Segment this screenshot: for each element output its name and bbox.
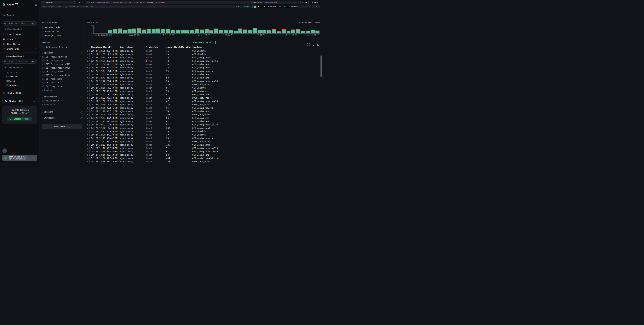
table-row[interactable]: ❯Oct 27 12:06:27.284 PMnginx-proxyUnset1… bbox=[87, 160, 320, 162]
sidebar-item-alerts[interactable]: Alerts bbox=[2, 37, 37, 41]
download-icon[interactable] bbox=[317, 43, 319, 46]
get-started-free-button[interactable]: Get Started for Free bbox=[8, 117, 32, 121]
histogram-bar[interactable] bbox=[152, 25, 156, 33]
checkbox[interactable] bbox=[42, 71, 44, 73]
table-row[interactable]: ❯Oct 27 12:50:42.777 PMnginx-proxyUnset5… bbox=[87, 63, 320, 66]
lucene-mode-toggle[interactable]: Lucene bbox=[242, 5, 250, 8]
filter-value-row[interactable]: GET /api/slow-endpoint bbox=[42, 73, 82, 77]
histogram-bar[interactable] bbox=[296, 25, 300, 33]
checkbox[interactable] bbox=[42, 85, 44, 87]
more-filters-button[interactable]: More filters ⌄ bbox=[42, 124, 82, 129]
histogram-bar[interactable] bbox=[310, 25, 314, 33]
column-resize-handle[interactable]: ⋮ bbox=[118, 46, 120, 48]
expand-row-chevron[interactable]: ❯ bbox=[87, 70, 90, 72]
preset-clickhouse[interactable]: ClickHouse bbox=[2, 74, 37, 79]
histogram-bar[interactable] bbox=[118, 25, 122, 33]
expand-row-chevron[interactable]: ❯ bbox=[87, 117, 90, 119]
table-row[interactable]: ❯Oct 27 12:08:57.305 PMnginx-proxyUnset6… bbox=[87, 157, 320, 160]
expand-row-chevron[interactable]: ❯ bbox=[87, 134, 90, 136]
view-source-code-icon[interactable] bbox=[307, 43, 310, 46]
expand-row-chevron[interactable]: ❯ bbox=[87, 137, 90, 139]
expand-row-chevron[interactable]: ❯ bbox=[87, 144, 90, 146]
column-header[interactable]: ⋮ServiceName bbox=[118, 46, 145, 48]
select-columns-input[interactable]: SELECT Timestamp,ServiceName,StatusCode,… bbox=[86, 1, 250, 4]
histogram-bar[interactable] bbox=[282, 25, 286, 33]
histogram-bar[interactable] bbox=[291, 25, 295, 33]
table-row[interactable]: ❯Oct 27 12:53:17.623 PMnginx-proxyUnset7… bbox=[87, 56, 320, 59]
table-row[interactable]: ❯Oct 27 12:22:10.403 PMnginx-proxyUnset2… bbox=[87, 126, 320, 130]
scrollbar-thumb[interactable] bbox=[320, 55, 322, 77]
histogram-bar[interactable] bbox=[156, 25, 160, 33]
histogram-bar[interactable] bbox=[128, 25, 132, 33]
expand-row-chevron[interactable]: ❯ bbox=[87, 131, 90, 132]
table-row[interactable]: ❯Oct 27 12:32:58.201 PMnginx-proxyUnset5… bbox=[87, 89, 320, 93]
lucene-search-input[interactable]: Search your events w/ Lucene ex. column:… bbox=[41, 5, 251, 8]
table-row[interactable]: ❯Oct 27 12:10:53.155 PMnginx-proxyUnset7… bbox=[87, 147, 320, 150]
histogram-bar[interactable] bbox=[238, 25, 242, 33]
table-row[interactable]: ❯Oct 27 12:32:08.750 PMnginx-proxyUnset1… bbox=[87, 96, 320, 100]
histogram-bar[interactable] bbox=[277, 25, 281, 33]
checkbox[interactable] bbox=[42, 82, 44, 84]
pin-icon[interactable] bbox=[80, 111, 82, 113]
table-row[interactable]: ❯Oct 27 12:29:36.876 PMnginx-proxyUnset6… bbox=[87, 106, 320, 110]
sidebar-item-search[interactable]: Search ⌃ bbox=[2, 13, 37, 17]
histogram-bar[interactable] bbox=[171, 25, 175, 33]
expand-row-chevron[interactable]: ❯ bbox=[87, 100, 90, 102]
expand-row-chevron[interactable]: ❯ bbox=[87, 63, 90, 65]
histogram-bar[interactable] bbox=[190, 25, 194, 33]
histogram-bar[interactable] bbox=[108, 25, 112, 33]
checkbox[interactable] bbox=[42, 78, 44, 80]
code-toggle-button[interactable] bbox=[77, 1, 80, 4]
histogram-bar[interactable] bbox=[306, 25, 310, 33]
table-row[interactable]: ❯Oct 27 12:21:36.435 PMnginx-proxyUnset1… bbox=[87, 130, 320, 133]
checkbox[interactable] bbox=[42, 59, 44, 61]
table-scrollbar[interactable] bbox=[320, 51, 322, 162]
expand-row-chevron[interactable]: ❯ bbox=[87, 50, 90, 52]
histogram-bar[interactable] bbox=[166, 25, 170, 33]
table-row[interactable]: ❯Oct 27 12:29:14.817 PMnginx-proxyUnset1… bbox=[87, 113, 320, 116]
table-row[interactable]: ❯Oct 27 12:44:10.832 PMnginx-proxyUnset9… bbox=[87, 69, 320, 73]
table-row[interactable]: ❯Oct 27 12:40:20.093 PMnginx-proxyUnset1… bbox=[87, 83, 320, 86]
preset-kubernetes[interactable]: Kubernetes bbox=[2, 83, 37, 87]
pin-icon[interactable] bbox=[80, 96, 82, 98]
column-header[interactable]: SpanName bbox=[191, 46, 320, 48]
sidebar-collapse-icon[interactable] bbox=[34, 3, 37, 6]
checkbox[interactable] bbox=[42, 63, 44, 65]
histogram-bar[interactable] bbox=[176, 25, 180, 33]
histogram-bar[interactable] bbox=[147, 25, 151, 33]
denoise-results-checkbox[interactable]: Denoise Results bbox=[42, 46, 82, 51]
histogram-bar[interactable] bbox=[224, 25, 228, 33]
filter-value-row[interactable]: GET /api/not-found bbox=[42, 55, 82, 59]
checkbox[interactable] bbox=[42, 67, 44, 69]
expand-row-chevron[interactable]: ❯ bbox=[87, 151, 90, 152]
pin-icon[interactable] bbox=[80, 117, 82, 119]
expand-row-chevron[interactable]: ❯ bbox=[87, 90, 90, 92]
expand-row-chevron[interactable]: ❯ bbox=[87, 57, 90, 58]
sql-mode-toggle[interactable]: SQL bbox=[236, 5, 240, 8]
expand-row-chevron[interactable]: ❯ bbox=[87, 53, 90, 55]
filter-value-row[interactable]: GET /api/users bbox=[42, 77, 82, 81]
checkbox[interactable] bbox=[42, 46, 44, 48]
histogram-bar[interactable] bbox=[103, 25, 108, 33]
histogram-bar[interactable] bbox=[272, 25, 276, 33]
table-row[interactable]: ❯Oct 27 12:10:42.713 PMnginx-proxyUnset5… bbox=[87, 153, 320, 157]
table-row[interactable]: ❯Oct 27 12:59:35.478 PMnginx-proxyUnset1… bbox=[87, 49, 320, 53]
histogram-bar[interactable] bbox=[180, 25, 184, 33]
histogram-bar[interactable] bbox=[113, 25, 117, 33]
expand-row-chevron[interactable]: ❯ bbox=[87, 127, 90, 129]
histogram-bar[interactable] bbox=[286, 25, 290, 33]
histogram-plot[interactable] bbox=[94, 25, 320, 33]
load-more-button[interactable]: › Load more bbox=[42, 88, 82, 92]
saved-dashboards-input[interactable]: Saved Dashboards ⌘K bbox=[2, 59, 37, 63]
filter-value-row[interactable]: GET /health bbox=[42, 81, 82, 84]
filter-value-row[interactable]: nginx-proxy bbox=[42, 99, 82, 103]
histogram-bar[interactable] bbox=[248, 25, 252, 33]
create-dashboard-button[interactable]: + Create Dashboard bbox=[2, 53, 37, 58]
chevron-up-icon[interactable]: ⌃ bbox=[35, 48, 36, 50]
load-more-button[interactable]: › Load more bbox=[42, 103, 82, 107]
expand-row-chevron[interactable]: ❯ bbox=[87, 104, 90, 105]
histogram-bar[interactable] bbox=[262, 25, 266, 33]
table-row[interactable]: ❯Oct 27 12:27:33.918 PMnginx-proxyUnset5… bbox=[87, 116, 320, 120]
table-row[interactable]: ❯Oct 27 12:29:30.712 PMnginx-proxyUnset5… bbox=[87, 110, 320, 113]
checkbox[interactable] bbox=[42, 74, 44, 76]
